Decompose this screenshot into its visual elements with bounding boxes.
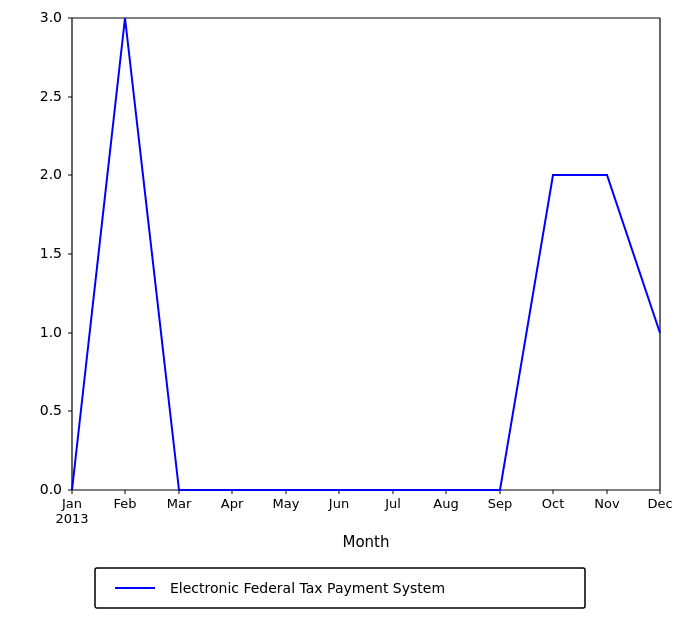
x-tick-apr: Apr: [221, 496, 244, 511]
legend-label: Electronic Federal Tax Payment System: [170, 580, 445, 596]
x-axis-label: Month: [342, 533, 389, 551]
y-tick-1: 0.5: [40, 402, 62, 418]
y-tick-0: 0.0: [40, 481, 62, 497]
y-tick-6: 3.0: [40, 9, 62, 25]
x-tick-jul: Jul: [384, 496, 401, 511]
x-tick-sep: Sep: [488, 496, 513, 511]
x-tick-aug: Aug: [433, 496, 458, 511]
x-tick-oct: Oct: [542, 496, 564, 511]
chart-container: 0.0 0.5 1.0 1.5 2.0 2.5 3.0 Jan 2013 Feb…: [0, 0, 688, 621]
y-tick-3: 1.5: [40, 245, 62, 261]
x-tick-jun: Jun: [328, 496, 349, 511]
x-tick-nov: Nov: [594, 496, 620, 511]
x-tick-feb: Feb: [113, 496, 136, 511]
x-tick-mar: Mar: [167, 496, 192, 511]
svg-rect-0: [0, 0, 688, 621]
y-tick-2: 1.0: [40, 324, 62, 340]
y-tick-5: 2.5: [40, 88, 62, 104]
x-tick-year: 2013: [55, 511, 88, 526]
y-tick-4: 2.0: [40, 166, 62, 182]
x-tick-dec: Dec: [647, 496, 672, 511]
x-tick-jan: Jan: [61, 496, 82, 511]
x-tick-may: May: [273, 496, 300, 511]
